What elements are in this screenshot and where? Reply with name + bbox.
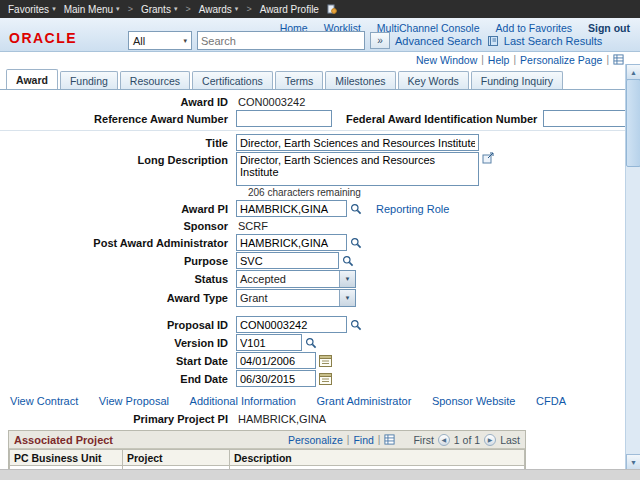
purpose-label: Purpose	[0, 255, 236, 267]
additional-information-link[interactable]: Additional Information	[190, 395, 296, 407]
help-link[interactable]: Help	[488, 54, 510, 66]
breadcrumb-separator: >	[185, 4, 190, 14]
title-input[interactable]	[236, 134, 479, 151]
breadcrumb-label: Favorites	[8, 4, 49, 15]
caret-down-icon: ▾	[174, 5, 178, 13]
purpose-input[interactable]	[236, 252, 339, 269]
cfda-link[interactable]: CFDA	[536, 395, 566, 407]
award-type-label: Award Type	[0, 292, 236, 304]
personalize-page-link[interactable]: Personalize Page	[520, 54, 602, 66]
reference-award-number-label: Reference Award Number	[0, 113, 236, 125]
start-date-input[interactable]	[236, 352, 316, 369]
version-id-lookup-icon[interactable]	[305, 337, 317, 349]
tab-bar: Award Funding Resources Certifications T…	[0, 69, 627, 90]
breadcrumb-favorites[interactable]: Favorites ▾	[8, 4, 56, 15]
end-date-input[interactable]	[236, 370, 316, 387]
separator: |	[513, 54, 516, 65]
title-label: Title	[0, 137, 236, 149]
caret-down-icon: ▾	[116, 5, 120, 13]
breadcrumb-grants[interactable]: Grants ▾	[141, 4, 178, 15]
proposal-id-label: Proposal ID	[0, 319, 236, 331]
search-scope-select[interactable]: All ▾	[128, 31, 192, 50]
pagination-prev-button[interactable]: ◀	[438, 434, 450, 446]
end-date-label: End Date	[0, 373, 236, 385]
tab-resources[interactable]: Resources	[120, 71, 190, 89]
separator: |	[378, 434, 381, 445]
long-description-textarea[interactable]: Director, Earth Sciences and Resources I…	[236, 152, 479, 186]
pagination-next-button[interactable]: ▶	[484, 434, 496, 446]
caret-down-icon: ▼	[339, 271, 355, 287]
proposal-id-input[interactable]	[236, 316, 347, 333]
page-url-icon[interactable]	[613, 54, 624, 65]
expand-icon[interactable]	[482, 152, 494, 164]
pagination-page-info: 1 of 1	[454, 434, 480, 446]
characters-remaining-note: 206 characters remaining	[0, 187, 627, 198]
separator: |	[481, 54, 484, 65]
search-go-button[interactable]: »	[370, 32, 390, 49]
separator: |	[347, 434, 350, 445]
caret-down-icon: ▾	[235, 5, 239, 13]
status-strip	[0, 469, 640, 480]
start-date-label: Start Date	[0, 355, 236, 367]
breadcrumb-main-menu[interactable]: Main Menu ▾	[64, 4, 120, 15]
view-contract-link[interactable]: View Contract	[10, 395, 78, 407]
last-search-results-icon	[487, 35, 499, 47]
breadcrumb-label: Grants	[141, 4, 171, 15]
download-grid-icon[interactable]	[384, 434, 395, 445]
search-scope-value: All	[133, 35, 145, 47]
scroll-down-button[interactable]: ▼	[626, 454, 640, 470]
personalize-link[interactable]: Personalize	[288, 434, 343, 446]
scrollbar-thumb[interactable]	[626, 79, 640, 167]
advanced-search-link[interactable]: Advanced Search	[395, 35, 482, 47]
column-project: Project	[123, 450, 230, 466]
reporting-role-link[interactable]: Reporting Role	[376, 203, 449, 215]
long-description-label: Long Description	[0, 152, 236, 166]
caret-down-icon: ▾	[52, 5, 56, 13]
sponsor-label: Sponsor	[0, 220, 236, 232]
tab-funding-inquiry[interactable]: Funding Inquiry	[471, 71, 563, 89]
breadcrumb-separator: >	[128, 4, 133, 14]
award-id-label: Award ID	[0, 96, 236, 108]
oracle-logo: ORACLE	[9, 30, 77, 46]
column-pc-business-unit: PC Business Unit	[10, 450, 123, 466]
tab-award[interactable]: Award	[6, 69, 58, 89]
grid-controls: Personalize | Find | First ◀ 1 of 1 ▶ La…	[288, 434, 520, 446]
status-value: Accepted	[237, 271, 339, 287]
post-award-administrator-lookup-icon[interactable]	[350, 237, 362, 249]
award-form: Award ID CON0003242 Reference Award Numb…	[0, 90, 627, 426]
post-award-administrator-input[interactable]	[236, 234, 347, 251]
award-pi-lookup-icon[interactable]	[350, 203, 362, 215]
award-pi-input[interactable]	[236, 200, 347, 217]
search-input[interactable]	[197, 31, 365, 50]
tab-terms[interactable]: Terms	[275, 71, 324, 89]
tab-milestones[interactable]: Milestones	[325, 71, 395, 89]
status-label: Status	[0, 273, 236, 285]
status-select[interactable]: Accepted ▼	[236, 270, 356, 288]
version-id-input[interactable]	[236, 334, 302, 351]
purpose-lookup-icon[interactable]	[342, 255, 354, 267]
breadcrumb-label: Main Menu	[64, 4, 113, 15]
separator: |	[606, 54, 609, 65]
breadcrumb-award-profile[interactable]: Award Profile	[260, 4, 319, 15]
award-type-select[interactable]: Grant ▼	[236, 289, 356, 307]
tab-funding[interactable]: Funding	[60, 71, 118, 89]
end-date-calendar-icon[interactable]	[319, 372, 332, 385]
tab-certifications[interactable]: Certifications	[192, 71, 273, 89]
tab-key-words[interactable]: Key Words	[398, 71, 469, 89]
reference-award-number-input[interactable]	[236, 110, 332, 127]
find-link[interactable]: Find	[353, 434, 373, 446]
vertical-scrollbar[interactable]: ▲ ▼	[625, 64, 640, 470]
view-proposal-link[interactable]: View Proposal	[99, 395, 169, 407]
award-id-value: CON0003242	[236, 96, 305, 108]
start-date-calendar-icon[interactable]	[319, 354, 332, 367]
scroll-up-button[interactable]: ▲	[626, 64, 640, 80]
pagebar: New Window | Help | Personalize Page |	[0, 52, 640, 66]
sponsor-website-link[interactable]: Sponsor Website	[432, 395, 516, 407]
breadcrumb-awards[interactable]: Awards ▾	[199, 4, 239, 15]
new-window-link[interactable]: New Window	[416, 54, 477, 66]
last-search-results-link[interactable]: Last Search Results	[504, 35, 602, 47]
grant-administrator-link[interactable]: Grant Administrator	[317, 395, 412, 407]
proposal-id-lookup-icon[interactable]	[350, 319, 362, 331]
divider	[0, 130, 627, 131]
page-content: Award Funding Resources Certifications T…	[0, 69, 627, 480]
